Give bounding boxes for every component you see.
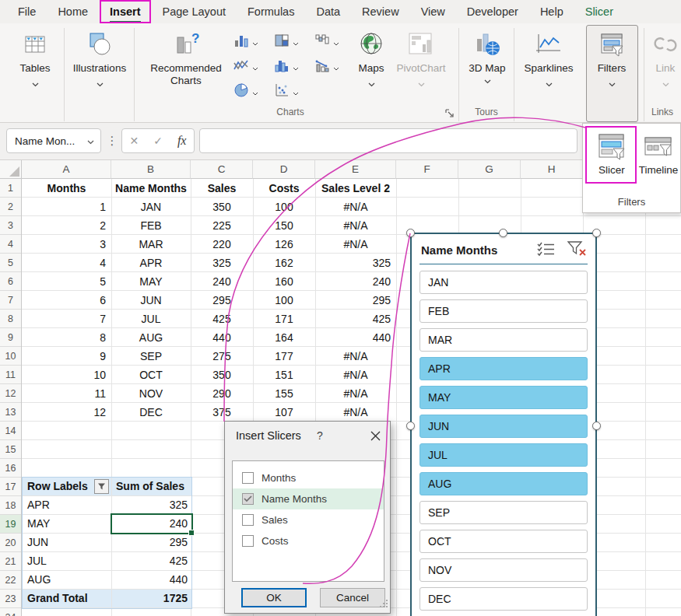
slicer-item[interactable]: OCT — [419, 530, 588, 553]
pivot-grand-total-value[interactable]: 1725 — [112, 590, 191, 607]
row-header[interactable]: 10 — [0, 347, 21, 366]
row-header[interactable]: 8 — [0, 310, 21, 328]
cell-months[interactable]: 5 — [22, 272, 111, 291]
pivot-row-value[interactable]: 425 — [112, 552, 191, 570]
tables-button[interactable]: Tables — [8, 26, 62, 120]
filters-button[interactable]: Filters — [588, 26, 636, 120]
cell-months[interactable]: 4 — [22, 254, 111, 272]
fill-handle[interactable] — [188, 530, 195, 536]
row-header[interactable]: 16 — [0, 459, 21, 478]
checkbox[interactable] — [242, 514, 254, 526]
recommended-charts-button[interactable]: ? Recommended Charts — [137, 26, 235, 120]
cell-months[interactable]: 6 — [22, 291, 111, 310]
cell-months[interactable]: Months — [22, 179, 111, 198]
cell-costs[interactable]: 126 — [253, 235, 315, 254]
cell-months[interactable]: 12 — [22, 403, 111, 422]
row-header[interactable]: 3 — [0, 216, 21, 235]
name-box-splitter[interactable]: ⋮ — [107, 128, 118, 153]
cell-sales[interactable]: 350 — [191, 366, 253, 384]
field-checkbox-row[interactable]: Costs — [233, 530, 384, 551]
cell-name-months[interactable]: SEP — [111, 347, 191, 366]
cell-costs[interactable]: 177 — [253, 347, 315, 366]
cell-months[interactable]: 11 — [22, 384, 111, 403]
cell-name-months[interactable]: FEB — [111, 216, 191, 235]
tab-page-layout[interactable]: Page Layout — [153, 0, 236, 23]
cell-sales-level2[interactable]: 425 — [315, 310, 396, 328]
sparklines-button[interactable]: Sparklines — [516, 26, 581, 120]
cell-costs[interactable]: 100 — [253, 291, 315, 310]
dialog-help-button[interactable]: ? — [317, 429, 323, 442]
slicer-item[interactable]: MAR — [419, 328, 588, 352]
cell-name-months[interactable]: MAR — [111, 235, 191, 254]
resize-grip-icon[interactable] — [379, 597, 388, 611]
ok-button[interactable]: OK — [241, 588, 307, 607]
cell-sales-level2[interactable]: 240 — [315, 272, 396, 291]
row-header[interactable]: 11 — [0, 366, 21, 384]
name-box[interactable]: Name Mon... — [6, 128, 101, 153]
column-header[interactable]: G — [458, 160, 521, 179]
cell-sales-level2[interactable]: #N/A — [315, 384, 396, 403]
cell-sales[interactable]: 425 — [191, 310, 253, 328]
cell-costs[interactable]: 160 — [253, 272, 315, 291]
cell-sales-level2[interactable]: 440 — [315, 328, 396, 347]
slicer-item[interactable]: FEB — [419, 299, 588, 323]
row-header[interactable]: 23 — [0, 590, 21, 608]
row-header[interactable]: 24 — [0, 608, 21, 616]
cell-sales-level2[interactable]: #N/A — [315, 198, 396, 216]
enter-icon[interactable]: ✓ — [153, 135, 163, 147]
resize-handle[interactable] — [406, 229, 415, 237]
cell-sales-level2[interactable]: 325 — [315, 254, 396, 272]
cell-months[interactable]: 8 — [22, 328, 111, 347]
cell-sales-level2[interactable]: #N/A — [315, 216, 396, 235]
slicer-item[interactable]: AUG — [419, 472, 588, 495]
row-header[interactable]: 20 — [0, 534, 21, 552]
row-header[interactable]: 2 — [0, 198, 21, 216]
3d-map-button[interactable]: 3D Map — [465, 26, 509, 120]
insert-function-icon[interactable]: fx — [177, 134, 187, 148]
cell-costs[interactable]: 171 — [253, 310, 315, 328]
cell-name-months[interactable]: JUL — [111, 310, 191, 328]
cell-sales-level2[interactable]: 295 — [315, 291, 396, 310]
slicer-item[interactable]: JUN — [419, 415, 588, 438]
checkbox[interactable] — [242, 535, 254, 547]
cell-months[interactable]: 2 — [22, 216, 111, 235]
slicer-item[interactable]: NOV — [419, 558, 588, 582]
pivot-row-label[interactable]: APR — [23, 496, 112, 514]
tab-developer[interactable]: Developer — [457, 0, 528, 23]
row-header[interactable]: 15 — [0, 440, 21, 459]
tab-formulas[interactable]: Formulas — [237, 0, 304, 23]
slicer-item[interactable]: JAN — [419, 271, 588, 294]
histogram-chart-button[interactable] — [274, 58, 299, 76]
cell-name-months[interactable]: AUG — [111, 328, 191, 347]
cell-sales-level2[interactable]: #N/A — [315, 235, 396, 254]
cell-sales[interactable]: 225 — [191, 216, 253, 235]
row-header[interactable]: 5 — [0, 254, 21, 272]
slicer-item[interactable]: DEC — [419, 587, 588, 611]
resize-handle[interactable] — [499, 229, 507, 237]
cell-costs[interactable]: 150 — [253, 216, 315, 235]
clear-filter-icon[interactable] — [566, 240, 588, 260]
column-header[interactable]: B — [111, 160, 191, 179]
cell-months[interactable]: 10 — [22, 366, 111, 384]
cell-sales[interactable]: 220 — [191, 235, 253, 254]
cancel-icon[interactable]: ✕ — [129, 135, 139, 147]
pivot-row-label[interactable]: MAY — [23, 515, 112, 533]
tab-home[interactable]: Home — [47, 0, 98, 23]
cell-months[interactable]: 3 — [22, 235, 111, 254]
slicer-item[interactable]: SEP — [419, 501, 588, 524]
link-button[interactable]: Link — [648, 26, 681, 120]
cell-costs[interactable]: 100 — [253, 198, 315, 216]
field-checkbox-row[interactable]: Months — [233, 467, 384, 488]
resize-handle[interactable] — [592, 229, 601, 237]
row-header[interactable]: 21 — [0, 552, 21, 571]
pie-chart-button[interactable] — [233, 82, 258, 101]
dialog-close-button[interactable] — [367, 427, 384, 444]
pivot-filter-button[interactable] — [94, 479, 109, 494]
cell-sales-level2[interactable]: Sales Level 2 — [315, 179, 396, 198]
pivot-row-value[interactable]: 295 — [112, 534, 191, 551]
cell-name-months[interactable]: JUN — [111, 291, 191, 310]
row-header[interactable]: 14 — [0, 422, 21, 440]
cell-costs[interactable]: 107 — [253, 403, 315, 422]
column-header[interactable]: C — [191, 160, 253, 179]
cell-sales[interactable]: Sales — [191, 179, 253, 198]
